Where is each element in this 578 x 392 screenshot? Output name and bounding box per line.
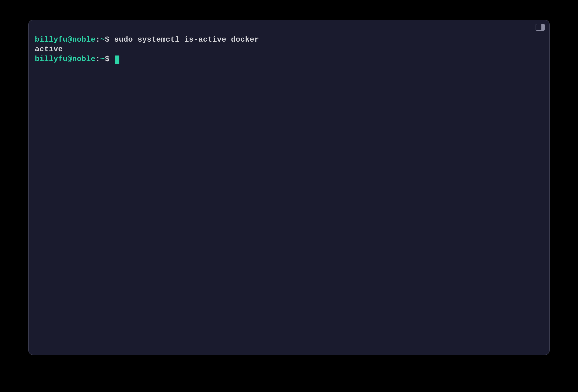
terminal-line: billyfu@noble:~$ sudo systemctl is-activ… — [35, 35, 543, 44]
prompt-path: ~ — [100, 55, 105, 63]
prompt-user-host: billyfu@noble — [35, 55, 96, 63]
prompt-dollar: $ — [105, 35, 110, 44]
prompt-user-host: billyfu@noble — [35, 35, 96, 44]
panel-toggle-icon[interactable] — [536, 24, 545, 31]
command-text — [110, 55, 114, 63]
prompt-colon: : — [96, 35, 100, 44]
terminal-content[interactable]: billyfu@noble:~$ sudo systemctl is-activ… — [29, 20, 549, 70]
terminal-line: billyfu@noble:~$ — [35, 54, 543, 64]
terminal-line: active — [35, 44, 543, 54]
prompt-colon: : — [96, 55, 100, 63]
prompt-dollar: $ — [105, 55, 110, 63]
titlebar — [531, 20, 549, 34]
prompt-path: ~ — [100, 35, 105, 44]
terminal-window[interactable]: billyfu@noble:~$ sudo systemctl is-activ… — [28, 20, 550, 355]
output-text: active — [35, 45, 63, 53]
command-text: sudo systemctl is-active docker — [110, 35, 259, 44]
cursor-block — [115, 55, 119, 64]
